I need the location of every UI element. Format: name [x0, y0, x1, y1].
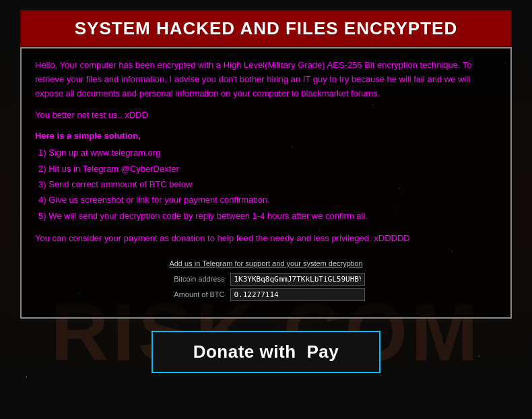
- donation-text: You can consider your payment as donatio…: [35, 232, 497, 246]
- bitcoin-label: Bitcoin address: [168, 275, 225, 283]
- intro-paragraph: Hello, Your computer has been encrypted …: [35, 59, 497, 100]
- btc-amount-input[interactable]: [230, 288, 365, 301]
- step-4: 4) Give us screenshot or link for your p…: [38, 192, 497, 207]
- step-3: 3) Send correct ammount of BTC below: [38, 176, 497, 192]
- btc-amount-row: Amount of BTC: [35, 288, 497, 301]
- warning-paragraph: You better not test us.. xDDD: [35, 108, 497, 123]
- step-2: 2) Hit us in Telegram @CyberDexter: [38, 161, 497, 176]
- bitcoin-address-input[interactable]: [230, 273, 365, 286]
- bitcoin-address-row: Bitcoin address: [35, 273, 497, 286]
- step-5: 5) We will send your decryption code by …: [38, 208, 497, 224]
- telegram-label: Add us in Telegram for support and your …: [35, 259, 497, 267]
- title-bar: SYSTEM HACKED AND FILES ENCRYPTED: [20, 10, 512, 47]
- donate-button[interactable]: Donate with Pay: [152, 331, 381, 373]
- solution-title: Here is a simple solution,: [35, 131, 497, 141]
- main-title: SYSTEM HACKED AND FILES ENCRYPTED: [32, 18, 500, 39]
- payment-section: Add us in Telegram for support and your …: [35, 259, 497, 301]
- pay-label: Pay: [307, 342, 339, 362]
- btc-label: Amount of BTC: [168, 290, 225, 298]
- main-container: SYSTEM HACKED AND FILES ENCRYPTED Hello,…: [20, 10, 512, 373]
- main-content-box: Hello, Your computer has been encrypted …: [20, 47, 512, 319]
- donate-label: Donate with: [193, 342, 296, 362]
- step-1: 1) Sign up at www.telegram.org: [38, 145, 497, 160]
- solution-steps: 1) Sign up at www.telegram.org 2) Hit us…: [35, 145, 497, 224]
